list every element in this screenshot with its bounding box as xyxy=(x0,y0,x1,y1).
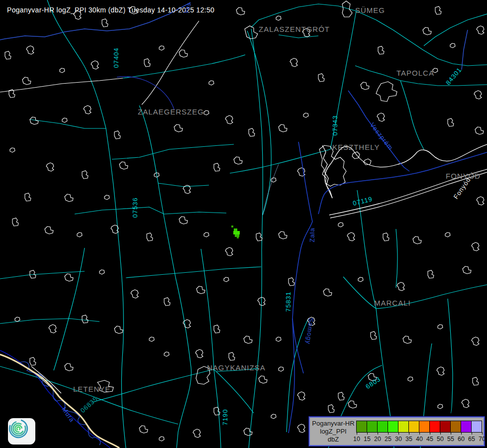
highway-outlines xyxy=(0,21,199,395)
legend-tick: 50 xyxy=(437,436,444,443)
legend-color-cell xyxy=(419,421,430,432)
legend-tick: 45 xyxy=(426,436,433,443)
legend-tick: 40 xyxy=(416,436,423,443)
map-canvas xyxy=(0,0,487,448)
legend-tick: 25 xyxy=(385,436,391,443)
legend-color-cell xyxy=(430,421,440,432)
legend-tick: 30 xyxy=(395,436,402,443)
met-logo xyxy=(8,418,35,445)
legend-color-cell xyxy=(440,421,451,432)
legend-color-cell xyxy=(461,421,472,432)
legend-tick: 10 xyxy=(353,436,360,443)
legend-color-cell xyxy=(472,421,482,432)
legend-product-type: logZ_PPI xyxy=(312,428,355,436)
legend-color-cell xyxy=(378,421,388,432)
legend-tick: 15 xyxy=(364,436,371,443)
rivers-and-borders xyxy=(0,2,487,448)
legend-color-cell xyxy=(409,421,419,432)
legend-tick: 65 xyxy=(468,436,475,443)
radar-map-view: Poganyvar-HR logZ_PPI 30km (dbZ) Tuesday… xyxy=(0,0,487,448)
legend-tick: 20 xyxy=(374,436,381,443)
legend-colorbar xyxy=(356,421,482,433)
legend-color-cell xyxy=(398,421,409,432)
spiral-icon xyxy=(8,418,29,439)
legend-tick: 55 xyxy=(447,436,454,443)
legend-unit-label: dbZ xyxy=(312,436,355,444)
legend-color-cell xyxy=(451,421,461,432)
legend-tick: 60 xyxy=(458,436,465,443)
settlement-outlines xyxy=(5,1,484,441)
radar-echo xyxy=(231,225,240,238)
legend-color-cell xyxy=(357,421,367,432)
legend-radar-name: Poganyvar-HR xyxy=(312,420,355,428)
legend-panel: Poganyvar-HR logZ_PPI dbZ 10 15 20 25 30… xyxy=(309,417,485,446)
road-network xyxy=(0,0,487,448)
legend-tick: 70 xyxy=(479,436,486,443)
lake-balaton-shore xyxy=(322,144,487,218)
legend-color-cell xyxy=(388,421,398,432)
legend-color-cell xyxy=(367,421,378,432)
legend-product-text: Poganyvar-HR logZ_PPI dbZ xyxy=(312,420,355,444)
legend-tick: 35 xyxy=(405,436,412,443)
product-title: Poganyvar-HR logZ_PPI 30km (dbZ) Tuesday… xyxy=(7,6,214,14)
